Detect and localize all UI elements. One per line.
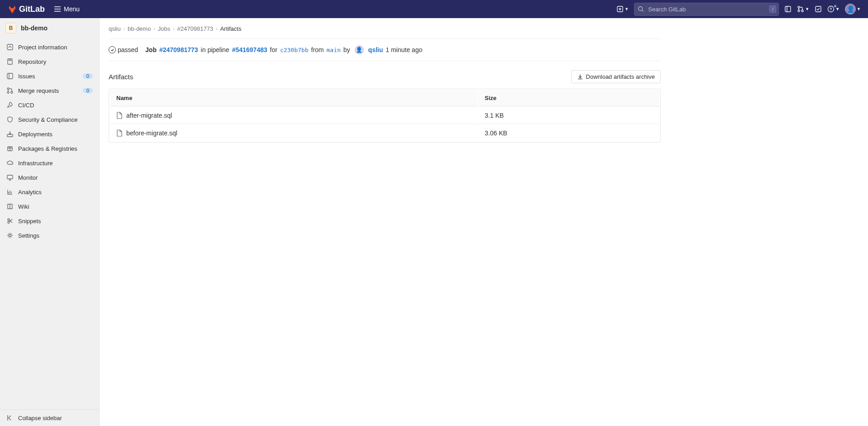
plus-icon xyxy=(616,5,624,13)
column-name: Name xyxy=(110,90,477,106)
svg-point-12 xyxy=(7,91,9,93)
project-name: bb-demo xyxy=(21,24,48,32)
sidebar-nav: Project informationRepositoryIssues0Merg… xyxy=(0,38,99,150)
breadcrumb-current: Artifacts xyxy=(220,25,241,32)
top-header: GitLab Menu ▼ / ▼ xyxy=(0,0,868,18)
sidebar-item-deployments[interactable]: Deployments xyxy=(0,127,99,141)
breadcrumb-link[interactable]: #2470981773 xyxy=(177,25,214,32)
download-label: Download artifacts archive xyxy=(586,73,655,80)
deploy-icon xyxy=(6,130,14,138)
by-text: by xyxy=(343,46,350,53)
sidebar-item-label: Repository xyxy=(18,58,46,65)
job-label: Job xyxy=(145,46,157,53)
sidebar-item-label: Issues xyxy=(18,73,35,80)
chevron-down-icon: ▼ xyxy=(857,7,861,11)
page-title: Artifacts xyxy=(109,73,133,81)
sidebar-item-label: Merge requests xyxy=(18,87,59,94)
user-link[interactable]: qsliu xyxy=(368,46,383,53)
chevron-right-icon: › xyxy=(173,26,174,31)
user-menu[interactable]: 👤 ▼ xyxy=(845,4,861,14)
table-row: before-migrate.sql3.06 KB xyxy=(110,125,659,141)
project-header[interactable]: B bb-demo xyxy=(0,18,99,38)
header-right: ▼ / ▼ ▼ 👤 ▼ xyxy=(616,3,861,16)
breadcrumb-link[interactable]: bb-demo xyxy=(128,25,151,32)
breadcrumb-link[interactable]: Jobs xyxy=(158,25,170,32)
file-name-cell: after-migrate.sql xyxy=(110,107,477,124)
chevron-right-icon: › xyxy=(153,26,155,31)
file-size-cell: 3.1 KB xyxy=(478,107,659,124)
file-name-link[interactable]: after-migrate.sql xyxy=(126,112,172,119)
merge-requests-dropdown[interactable]: ▼ xyxy=(797,5,809,13)
from-text: from xyxy=(311,46,324,53)
column-size: Size xyxy=(478,90,659,106)
issues-link[interactable] xyxy=(784,5,792,13)
svg-rect-10 xyxy=(7,73,13,79)
tanuki-icon xyxy=(7,4,17,14)
file-name-cell: before-migrate.sql xyxy=(110,125,477,141)
chevron-down-icon: ▼ xyxy=(805,7,809,11)
svg-rect-9 xyxy=(8,59,12,64)
main-content: qsliu›bb-demo›Jobs›#2470981773›Artifacts… xyxy=(100,18,670,150)
sidebar-item-label: Deployments xyxy=(18,131,52,138)
svg-rect-6 xyxy=(816,6,821,12)
sidebar-item-merge-requests[interactable]: Merge requests0 xyxy=(0,83,99,98)
svg-rect-2 xyxy=(785,6,791,12)
sidebar-item-ci-cd[interactable]: CI/CD xyxy=(0,98,99,112)
status-badge: passed xyxy=(109,46,138,53)
download-icon xyxy=(577,74,583,80)
issue-icon xyxy=(784,5,792,13)
sidebar-item-security-compliance[interactable]: Security & Compliance xyxy=(0,112,99,127)
sidebar-item-project-information[interactable]: Project information xyxy=(0,40,99,54)
sidebar-item-repository[interactable]: Repository xyxy=(0,54,99,69)
svg-point-4 xyxy=(798,10,800,12)
merge-icon xyxy=(797,5,804,13)
svg-rect-14 xyxy=(7,134,13,137)
chevron-right-icon: › xyxy=(124,26,125,31)
new-dropdown[interactable]: ▼ xyxy=(616,5,629,13)
pipeline-id-link[interactable]: #541697483 xyxy=(232,46,267,53)
job-id-link[interactable]: #2470981773 xyxy=(159,46,198,53)
search-input[interactable] xyxy=(634,3,779,16)
pipeline-text: in pipeline xyxy=(201,46,229,53)
user-avatar: 👤 xyxy=(355,45,364,54)
commit-sha-link[interactable]: c230b7bb xyxy=(280,47,309,53)
svg-point-13 xyxy=(11,91,13,93)
sidebar-item-label: Project information xyxy=(18,44,67,51)
shield-icon xyxy=(6,116,14,123)
file-name-link[interactable]: before-migrate.sql xyxy=(126,129,177,137)
brand-name: GitLab xyxy=(19,5,45,14)
repo-icon xyxy=(6,58,14,65)
svg-point-11 xyxy=(7,88,9,90)
count-badge: 0 xyxy=(83,88,93,93)
rocket-icon xyxy=(6,101,14,109)
chevron-down-icon: ▼ xyxy=(835,7,839,11)
for-text: for xyxy=(270,46,277,53)
hamburger-icon xyxy=(54,5,61,13)
file-icon xyxy=(116,129,123,137)
menu-button[interactable]: Menu xyxy=(50,4,83,14)
download-artifacts-button[interactable]: Download artifacts archive xyxy=(571,70,661,83)
avatar: 👤 xyxy=(845,4,856,14)
search-box: / xyxy=(634,3,779,16)
count-badge: 0 xyxy=(83,73,93,79)
gitlab-logo[interactable]: GitLab xyxy=(7,4,45,14)
status-passed-icon xyxy=(109,46,116,53)
breadcrumb-link[interactable]: qsliu xyxy=(109,25,121,32)
svg-rect-8 xyxy=(7,44,13,50)
sidebar: B bb-demo Project informationRepositoryI… xyxy=(0,18,100,150)
sidebar-item-label: CI/CD xyxy=(18,102,34,109)
todos-link[interactable] xyxy=(815,5,822,13)
job-time: 1 minute ago xyxy=(386,46,422,53)
branch-link[interactable]: main xyxy=(327,47,341,53)
svg-point-5 xyxy=(801,10,803,12)
chevron-right-icon: › xyxy=(216,26,217,31)
breadcrumb: qsliu›bb-demo›Jobs›#2470981773›Artifacts xyxy=(109,25,661,39)
help-dropdown[interactable]: ▼ xyxy=(827,5,839,13)
project-avatar: B xyxy=(5,23,16,34)
sidebar-item-label: Packages & Registries xyxy=(18,145,77,150)
sidebar-item-issues[interactable]: Issues0 xyxy=(0,69,99,83)
issues-icon xyxy=(6,72,14,80)
sidebar-item-packages-registries[interactable]: Packages & Registries xyxy=(0,141,99,150)
file-size-cell: 3.06 KB xyxy=(478,125,659,141)
job-status-row: passed Job #2470981773 in pipeline #5416… xyxy=(109,39,661,61)
